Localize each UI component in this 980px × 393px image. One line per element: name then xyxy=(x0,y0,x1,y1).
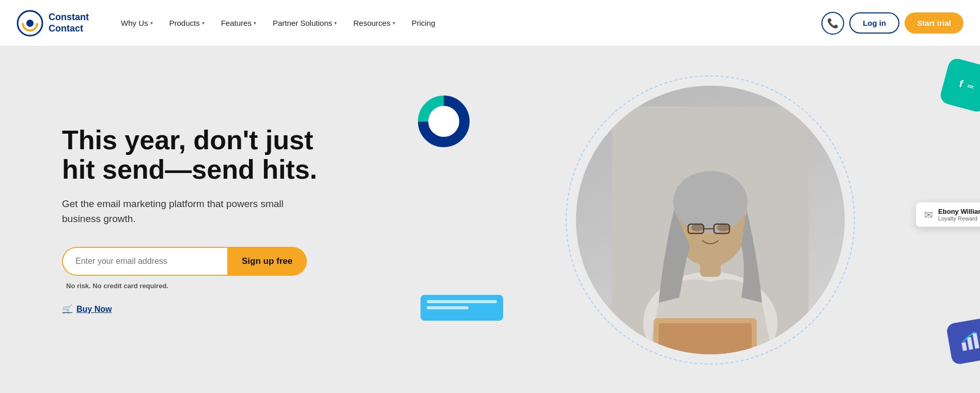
navbar: Constant Contact Why Us ▾ Products ▾ Fea… xyxy=(0,0,980,46)
chevron-down-icon: ▾ xyxy=(334,20,337,26)
person-image xyxy=(576,86,845,354)
svg-point-7 xyxy=(673,171,748,233)
stats-icon xyxy=(958,329,980,353)
stats-badge-float xyxy=(946,318,980,366)
hero-person-circle xyxy=(576,86,845,354)
nav-item-features[interactable]: Features ▾ xyxy=(214,14,263,32)
svg-point-8 xyxy=(691,224,704,231)
email-form: Sign up free xyxy=(62,247,320,276)
svg-point-2 xyxy=(26,20,34,27)
chat-line-2 xyxy=(427,306,469,309)
nav-item-whyus[interactable]: Why Us ▾ xyxy=(114,14,160,32)
donut-chart-float xyxy=(410,88,483,160)
cart-icon: 🛒 xyxy=(62,304,72,314)
buy-now-link[interactable]: 🛒 Buy Now xyxy=(62,304,320,314)
start-trial-button[interactable]: Start trial xyxy=(905,12,963,34)
brand-name: Constant Contact xyxy=(49,12,89,34)
svg-rect-20 xyxy=(967,337,973,350)
hero-content: This year, don't just hit send—send hits… xyxy=(0,84,362,355)
social-badge-float: f ⎓ xyxy=(939,57,980,114)
nav-links: Why Us ▾ Products ▾ Features ▾ Partner S… xyxy=(114,14,821,32)
facebook-icon: f ⎓ xyxy=(958,77,976,93)
nav-item-products[interactable]: Products ▾ xyxy=(162,14,212,32)
email-icon: ✉ xyxy=(924,209,933,221)
email-notification-card: ✉ Ebony Williams Loyalty Reward 12m ago xyxy=(916,202,980,227)
hero-section: This year, don't just hit send—send hits… xyxy=(0,46,980,393)
svg-point-18 xyxy=(429,107,458,136)
hero-subtext: Get the email marketing platform that po… xyxy=(62,197,300,226)
chevron-down-icon: ▾ xyxy=(150,20,153,26)
donut-chart-svg xyxy=(410,88,477,155)
login-button[interactable]: Log in xyxy=(849,12,899,34)
person-svg xyxy=(612,106,808,354)
logo-icon xyxy=(17,10,43,37)
phone-icon: 📞 xyxy=(827,18,838,29)
chevron-down-icon: ▾ xyxy=(393,20,395,26)
chat-line-1 xyxy=(427,300,497,303)
svg-rect-21 xyxy=(972,333,979,349)
nav-actions: 📞 Log in Start trial xyxy=(821,12,963,35)
hero-headline: This year, don't just hit send—send hits… xyxy=(62,125,320,184)
nav-item-resources[interactable]: Resources ▾ xyxy=(346,14,402,32)
nav-item-pricing[interactable]: Pricing xyxy=(405,14,443,32)
chat-bubble-float xyxy=(421,295,503,321)
email-card-subject: Loyalty Reward xyxy=(938,215,980,222)
hero-visual: f ⎓ ✉ Ebony Williams Loyalty Reward 12m … xyxy=(441,46,980,393)
signup-button[interactable]: Sign up free xyxy=(227,247,307,276)
svg-point-9 xyxy=(717,224,729,231)
email-card-name: Ebony Williams xyxy=(938,208,980,215)
logo[interactable]: Constant Contact xyxy=(17,10,89,37)
chevron-down-icon: ▾ xyxy=(254,20,256,26)
phone-button[interactable]: 📞 xyxy=(821,12,844,35)
svg-rect-19 xyxy=(961,342,967,351)
email-input[interactable] xyxy=(62,247,227,276)
no-risk-text: No risk. No credit card required. xyxy=(66,282,320,290)
nav-item-partner[interactable]: Partner Solutions ▾ xyxy=(266,14,344,32)
chevron-down-icon: ▾ xyxy=(202,20,205,26)
